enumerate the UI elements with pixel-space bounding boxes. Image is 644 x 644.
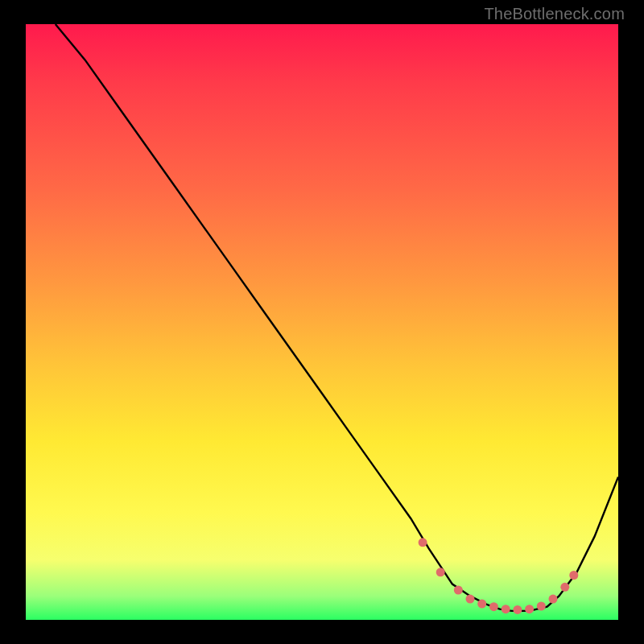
optimal-dot xyxy=(489,602,498,611)
curve-layer xyxy=(26,24,618,620)
optimal-dot xyxy=(549,595,558,604)
optimal-dot xyxy=(502,605,510,613)
plot-area xyxy=(26,24,618,620)
bottleneck-curve xyxy=(56,24,618,611)
optimal-dot xyxy=(454,586,463,595)
optimal-dot xyxy=(419,538,427,547)
chart-frame: TheBottleneck.com xyxy=(0,0,644,644)
optimal-dot xyxy=(525,605,534,613)
optimal-dot xyxy=(466,595,475,604)
optimal-dot xyxy=(513,605,522,614)
optimal-dot xyxy=(569,571,578,580)
optimal-dot xyxy=(537,602,546,611)
watermark-text: TheBottleneck.com xyxy=(484,5,625,23)
optimal-range-dots xyxy=(419,538,579,614)
optimal-dot xyxy=(477,600,486,609)
optimal-dot xyxy=(436,568,445,576)
optimal-dot xyxy=(560,583,569,592)
